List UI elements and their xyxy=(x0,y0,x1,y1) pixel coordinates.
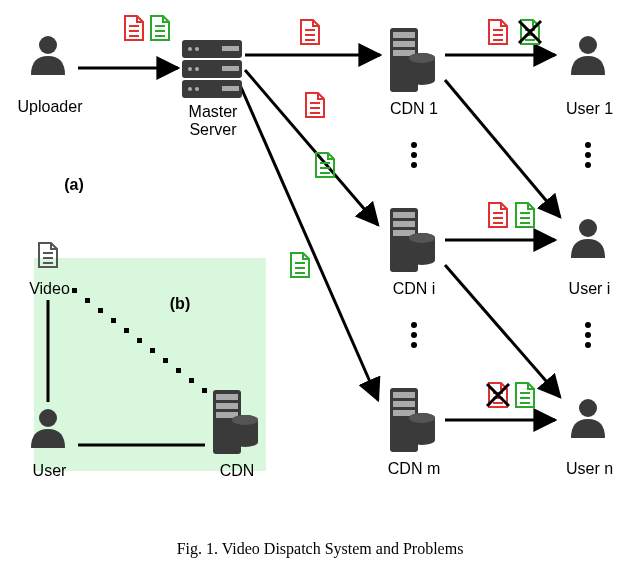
doc-green-to-useri xyxy=(516,203,534,227)
svg-point-20 xyxy=(188,47,192,51)
edge-cdni-usern xyxy=(445,265,560,397)
master-server-line2: Server xyxy=(189,121,236,138)
diagram-svg xyxy=(0,0,640,577)
doc-red-to-useri xyxy=(489,203,507,227)
panel-a-label: (a) xyxy=(54,176,94,194)
master-server-icon xyxy=(182,40,242,98)
doc-red-to-cdni xyxy=(306,93,324,117)
svg-rect-30 xyxy=(85,298,90,303)
useri-icon xyxy=(571,219,605,258)
svg-rect-31 xyxy=(98,308,103,313)
cdn-dots-2 xyxy=(411,322,417,348)
edge-cdn1-useri xyxy=(445,80,560,217)
usern-label: User n xyxy=(557,460,622,478)
doc-red-upload xyxy=(125,16,143,40)
video-label: Video xyxy=(22,280,77,298)
user-b-label: User xyxy=(22,462,77,480)
cdnm-label: CDN m xyxy=(378,460,450,478)
cdnm-icon xyxy=(390,388,435,452)
doc-green-to-cdnm xyxy=(291,253,309,277)
cdn-b-icon xyxy=(213,390,258,454)
figure-caption: Fig. 1. Video Dispatch System and Proble… xyxy=(0,540,640,558)
doc-green-to-usern xyxy=(516,383,534,407)
edge-master-cdnm xyxy=(240,85,378,400)
svg-rect-36 xyxy=(163,358,168,363)
doc-green-upload xyxy=(151,16,169,40)
cdn1-label: CDN 1 xyxy=(384,100,444,118)
svg-rect-22 xyxy=(222,46,239,51)
svg-rect-38 xyxy=(189,378,194,383)
doc-red-to-user1 xyxy=(489,20,507,44)
uploader-icon xyxy=(31,36,65,75)
svg-point-24 xyxy=(195,67,199,71)
uploader-label: Uploader xyxy=(10,98,90,116)
usern-icon xyxy=(571,399,605,438)
cdn-b-label: CDN xyxy=(212,462,262,480)
svg-point-26 xyxy=(188,87,192,91)
svg-rect-35 xyxy=(150,348,155,353)
master-server-line1: Master xyxy=(189,103,238,120)
svg-rect-32 xyxy=(111,318,116,323)
svg-point-27 xyxy=(195,87,199,91)
useri-label: User i xyxy=(557,280,622,298)
svg-point-23 xyxy=(188,67,192,71)
svg-rect-28 xyxy=(222,86,239,91)
doc-red-to-cdn1 xyxy=(301,20,319,44)
svg-rect-37 xyxy=(176,368,181,373)
svg-rect-39 xyxy=(202,388,207,393)
user-b-icon xyxy=(31,409,65,448)
user1-label: User 1 xyxy=(557,100,622,118)
svg-rect-25 xyxy=(222,66,239,71)
panel-b-label: (b) xyxy=(160,295,200,313)
cdni-icon xyxy=(390,208,435,272)
svg-rect-33 xyxy=(124,328,129,333)
video-doc-icon xyxy=(39,243,57,267)
master-server-label: Master Server xyxy=(178,103,248,138)
user-dots-2 xyxy=(585,322,591,348)
cdni-label: CDN i xyxy=(384,280,444,298)
user1-icon xyxy=(571,36,605,75)
svg-rect-34 xyxy=(137,338,142,343)
svg-point-21 xyxy=(195,47,199,51)
user-dots-1 xyxy=(585,142,591,168)
cdn-dots-1 xyxy=(411,142,417,168)
cdn1-icon xyxy=(390,28,435,92)
diagram-canvas: Uploader Master Server CDN 1 CDN i CDN m… xyxy=(0,0,640,577)
